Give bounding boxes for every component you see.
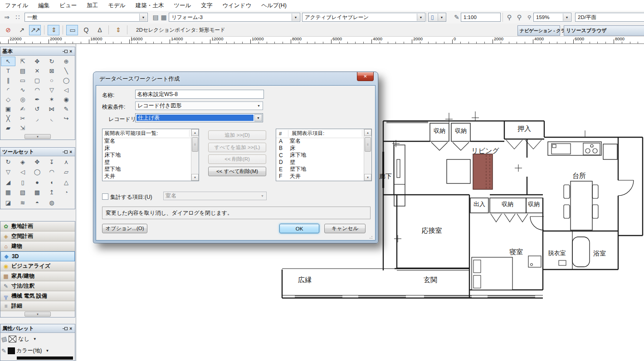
tool-rotate[interactable]: ↺ [30, 104, 44, 114]
chevron-down-icon[interactable]: ▼ [417, 14, 424, 21]
tool-3d-polygon[interactable]: ◁ [59, 85, 73, 95]
cancel-button[interactable]: キャンセル [324, 224, 366, 233]
tool-3d-cylinder[interactable]: ▯ [15, 178, 30, 187]
tool-attribute-brush[interactable]: ✎ [59, 104, 73, 114]
category-建物[interactable]: ⌂建物 [0, 241, 75, 251]
record-list-dropdown[interactable]: 仕上げ表 ▼ [135, 113, 263, 122]
menu-item-3[interactable]: 加工 [82, 0, 103, 11]
move-mode-icon[interactable]: ↗ [15, 25, 27, 35]
selected-item-row[interactable]: E壁下地 [276, 166, 364, 173]
remove-all-button[interactable]: << すべて削除(M) [208, 167, 266, 176]
tool-trim[interactable]: ╳ [1, 114, 15, 123]
zoom-objects-icon[interactable]: ⚲ [504, 12, 514, 22]
tool-text[interactable]: T [1, 66, 15, 76]
attributes-palette-titlebar[interactable]: 属性パレット × [0, 324, 75, 333]
tool-rectangle[interactable]: ▭ [15, 76, 30, 85]
snap-toggle-icon[interactable]: ⊘ [2, 25, 14, 35]
tool-ellipse[interactable]: ◯ [59, 76, 73, 85]
lasso-mode-icon[interactable]: Q [80, 25, 92, 35]
tool-visibility[interactable]: ◉ [59, 95, 73, 104]
category-敷地計画[interactable]: ✿敷地計画 [0, 221, 75, 231]
tool-select-similar[interactable]: ▣ [1, 104, 15, 114]
summarize-checkbox[interactable] [102, 193, 108, 200]
tool-fillet[interactable]: ◞ [30, 114, 44, 123]
magnifier-icon[interactable]: ⚲ [524, 12, 534, 22]
polygon-marquee-mode-icon[interactable]: ∆ [93, 25, 105, 35]
tool-flyover[interactable]: ↻ [44, 57, 59, 66]
selected-item-row[interactable]: D壁 [276, 159, 364, 166]
tool-magic-wand[interactable]: ✶ [44, 95, 59, 104]
available-item-row[interactable]: 壁 [102, 159, 191, 166]
available-list-scrollbar[interactable]: ▲ ≡ ▼ [191, 129, 199, 181]
chevron-down-icon[interactable]: ▼ [33, 337, 37, 341]
tool-rounded-rectangle[interactable]: ▢ [30, 76, 44, 85]
pin-icon[interactable] [63, 150, 68, 154]
navigate-arrow-icon[interactable]: ⇒ [2, 12, 12, 22]
menu-item-0[interactable]: ファイル [0, 0, 33, 11]
tool-3d-arc-3d[interactable]: ◠ [44, 167, 59, 177]
category-空間計画[interactable]: ◈空間計画 [0, 231, 75, 241]
selected-item-row[interactable]: B床 [276, 145, 364, 152]
active-class-dropdown[interactable]: 一般 ▼ [24, 13, 148, 22]
scrollbar-thumb[interactable]: ≡ [192, 137, 198, 152]
close-icon[interactable]: × [68, 49, 73, 54]
worksheet-name-input[interactable] [135, 90, 264, 99]
toolset-palette-titlebar[interactable]: ツールセット × [0, 148, 75, 156]
chevron-down-icon[interactable]: ▼ [438, 14, 445, 21]
available-item-row[interactable]: 床下地 [102, 152, 191, 159]
available-item-row[interactable]: 天井 [102, 173, 191, 180]
tool-reshape[interactable]: ✍ [15, 104, 30, 114]
tool-3d-cone[interactable]: △ [59, 178, 73, 187]
add-all-button[interactable]: すべてを追加 >>(L) [208, 143, 266, 152]
tool-3d-swept-solid[interactable]: ◪ [1, 198, 15, 207]
page-setup-button[interactable]: ▯ ▼ [428, 13, 446, 22]
scroll-down-icon[interactable]: ▼ [364, 174, 371, 181]
zoom-page-icon[interactable]: ⚲ [514, 12, 524, 22]
tool-symbol-insert[interactable]: ⊠ [44, 66, 59, 76]
tool-3d-flyover-3d[interactable]: ↻ [1, 157, 15, 167]
chevron-down-icon[interactable]: ▼ [139, 14, 147, 21]
tool-eyedropper[interactable]: ✒ [30, 95, 44, 104]
tool-arc[interactable]: ◜ [1, 85, 15, 95]
pen-color-swatch[interactable] [8, 347, 15, 354]
available-item-row[interactable]: 壁下地 [102, 166, 191, 173]
layer-plane-icon[interactable]: ▦ [159, 12, 169, 22]
scroll-up-icon[interactable]: ▲ [364, 129, 371, 136]
tool-3d-push-pull[interactable]: ✥ [30, 157, 44, 167]
pen-icon[interactable]: ✎ [1, 347, 6, 354]
tool-offset[interactable]: ⇲ [15, 123, 30, 133]
tool-3d-chamfered-box[interactable]: ▧ [15, 188, 30, 197]
chevron-down-icon[interactable]: ▼ [45, 349, 49, 353]
scrollbar-thumb[interactable]: ≡ [365, 137, 371, 152]
tool-double-line[interactable]: ∥ [1, 76, 15, 85]
tool-3d-rounded-solid[interactable]: ◓ [30, 198, 44, 207]
category-3D[interactable]: ◆3D [0, 251, 75, 261]
available-item-row[interactable]: 床 [102, 145, 191, 152]
menu-item-6[interactable]: ツール [169, 0, 196, 11]
resize-grip[interactable] [369, 235, 374, 239]
interactive-scaling-mode-icon[interactable]: ⇕ [112, 25, 124, 35]
tool-3d-shell[interactable]: ◔ [59, 188, 73, 197]
view-field[interactable]: 2D/平面 [575, 13, 644, 22]
chevron-down-icon[interactable]: ▼ [292, 14, 299, 21]
constrain-mode-icon[interactable]: ⇕ [48, 25, 59, 35]
tool-extend[interactable]: ↪ [59, 114, 73, 123]
pin-icon[interactable] [63, 327, 68, 331]
palette-collapse-button[interactable]: ▼ [24, 134, 51, 139]
remove-button[interactable]: << 削除(R) [208, 154, 266, 164]
scroll-up-icon[interactable]: ▲ [191, 129, 199, 136]
tool-selection[interactable]: ↖ [1, 57, 15, 66]
selected-items-list[interactable]: # 展開表示項目: A室名B床C床下地D壁E壁下地F天井 ▲ ≡ ▼ [276, 129, 372, 181]
tool-3d-hollow-box[interactable]: ▩ [30, 188, 44, 197]
scale-field[interactable]: 1:100 [461, 13, 501, 22]
menu-item-9[interactable]: ヘルプ(H) [256, 0, 292, 11]
category-家具/建物[interactable]: ▦家具/建物 [0, 271, 75, 281]
zoom-level-dropdown[interactable]: 159% ▼ [533, 13, 571, 22]
tool-regular-polygon[interactable]: ◇ [1, 95, 15, 104]
tool-3d-hemisphere[interactable]: ◖ [44, 178, 59, 187]
tool-3d-box[interactable]: ▦ [1, 188, 15, 197]
tool-3d-wedge[interactable]: ◢ [1, 178, 15, 187]
chevron-down-icon[interactable]: ▼ [563, 14, 571, 21]
rectangle-marquee-mode-icon[interactable]: ▭ [66, 25, 78, 35]
tool-spiral[interactable]: ◎ [15, 95, 30, 104]
